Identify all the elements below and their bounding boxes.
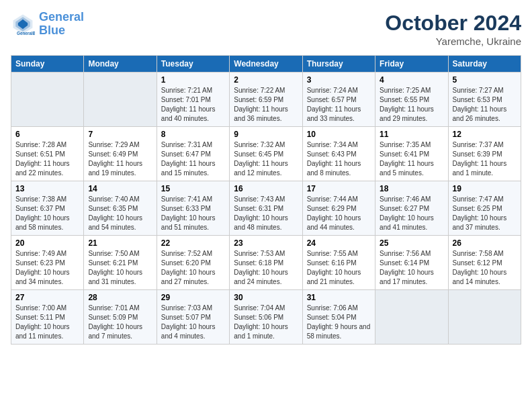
calendar-cell <box>448 290 521 345</box>
day-number: 23 <box>234 238 298 248</box>
daylight-text: Daylight: 10 hours and 58 minutes. <box>15 214 79 232</box>
day-info: Sunrise: 7:28 AMSunset: 6:51 PMDaylight:… <box>15 140 79 178</box>
sunrise-text: Sunrise: 7:35 AM <box>380 140 443 150</box>
day-number: 27 <box>15 293 79 302</box>
daylight-text: Daylight: 11 hours and 19 minutes. <box>88 159 152 178</box>
day-info: Sunrise: 7:46 AMSunset: 6:27 PMDaylight:… <box>380 195 443 232</box>
sunset-text: Sunset: 5:04 PM <box>307 313 371 322</box>
daylight-text: Daylight: 11 hours and 26 minutes. <box>453 105 517 124</box>
sunrise-text: Sunrise: 7:34 AM <box>307 140 371 150</box>
day-info: Sunrise: 7:04 AMSunset: 5:06 PMDaylight:… <box>234 304 298 341</box>
day-info: Sunrise: 7:01 AMSunset: 5:09 PMDaylight:… <box>88 304 152 341</box>
day-info: Sunrise: 7:24 AMSunset: 6:57 PMDaylight:… <box>307 86 371 124</box>
daylight-text: Daylight: 10 hours and 48 minutes. <box>234 214 298 232</box>
day-info: Sunrise: 7:25 AMSunset: 6:55 PMDaylight:… <box>380 86 443 124</box>
weekday-header-thursday: Thursday <box>302 56 375 73</box>
daylight-text: Daylight: 11 hours and 15 minutes. <box>161 159 225 178</box>
day-number: 22 <box>161 238 225 248</box>
daylight-text: Daylight: 11 hours and 5 minutes. <box>380 159 443 178</box>
sunrise-text: Sunrise: 7:56 AM <box>380 249 443 259</box>
logo-icon: GeneralBlue <box>11 12 35 36</box>
calendar-cell: 13Sunrise: 7:38 AMSunset: 6:37 PMDayligh… <box>11 181 84 236</box>
sunrise-text: Sunrise: 7:43 AM <box>234 195 298 204</box>
calendar-cell: 24Sunrise: 7:55 AMSunset: 6:16 PMDayligh… <box>302 236 375 290</box>
day-info: Sunrise: 7:58 AMSunset: 6:12 PMDaylight:… <box>453 249 517 287</box>
sunrise-text: Sunrise: 7:46 AM <box>380 195 443 204</box>
day-number: 26 <box>453 238 517 248</box>
page-header: GeneralBlue GeneralBlue October 2024 Yar… <box>11 11 521 47</box>
day-number: 5 <box>453 75 517 85</box>
sunrise-text: Sunrise: 7:01 AM <box>88 304 152 313</box>
day-number: 13 <box>15 184 79 193</box>
day-info: Sunrise: 7:47 AMSunset: 6:25 PMDaylight:… <box>453 195 517 232</box>
calendar-cell <box>11 73 84 127</box>
sunset-text: Sunset: 6:57 PM <box>307 95 371 105</box>
calendar-cell: 16Sunrise: 7:43 AMSunset: 6:31 PMDayligh… <box>230 181 302 236</box>
sunrise-text: Sunrise: 7:00 AM <box>15 304 79 313</box>
sunset-text: Sunset: 6:35 PM <box>88 204 152 214</box>
daylight-text: Daylight: 10 hours and 4 minutes. <box>161 322 225 341</box>
calendar-cell: 1Sunrise: 7:21 AMSunset: 7:01 PMDaylight… <box>157 73 229 127</box>
calendar-cell: 26Sunrise: 7:58 AMSunset: 6:12 PMDayligh… <box>448 236 521 290</box>
day-info: Sunrise: 7:40 AMSunset: 6:35 PMDaylight:… <box>88 195 152 232</box>
sunset-text: Sunset: 6:53 PM <box>453 95 517 105</box>
day-number: 12 <box>453 130 517 139</box>
calendar-cell <box>84 73 157 127</box>
calendar-cell: 17Sunrise: 7:44 AMSunset: 6:29 PMDayligh… <box>302 181 375 236</box>
day-number: 31 <box>307 293 371 302</box>
daylight-text: Daylight: 10 hours and 17 minutes. <box>380 268 443 287</box>
day-info: Sunrise: 7:53 AMSunset: 6:18 PMDaylight:… <box>234 249 298 287</box>
month-title: October 2024 <box>385 11 521 36</box>
day-info: Sunrise: 7:38 AMSunset: 6:37 PMDaylight:… <box>15 195 79 232</box>
daylight-text: Daylight: 10 hours and 34 minutes. <box>15 268 79 287</box>
sunset-text: Sunset: 6:20 PM <box>161 259 225 268</box>
sunrise-text: Sunrise: 7:47 AM <box>453 195 517 204</box>
sunrise-text: Sunrise: 7:58 AM <box>453 249 517 259</box>
calendar-cell: 5Sunrise: 7:27 AMSunset: 6:53 PMDaylight… <box>448 73 521 127</box>
sunrise-text: Sunrise: 7:49 AM <box>15 249 79 259</box>
day-number: 15 <box>161 184 225 193</box>
day-info: Sunrise: 7:27 AMSunset: 6:53 PMDaylight:… <box>453 86 517 124</box>
calendar-cell: 31Sunrise: 7:06 AMSunset: 5:04 PMDayligh… <box>302 290 375 345</box>
day-number: 10 <box>307 130 371 139</box>
calendar-cell: 25Sunrise: 7:56 AMSunset: 6:14 PMDayligh… <box>375 236 448 290</box>
day-info: Sunrise: 7:41 AMSunset: 6:33 PMDaylight:… <box>161 195 225 232</box>
sunset-text: Sunset: 6:37 PM <box>15 204 79 214</box>
day-info: Sunrise: 7:52 AMSunset: 6:20 PMDaylight:… <box>161 249 225 287</box>
calendar-cell: 21Sunrise: 7:50 AMSunset: 6:21 PMDayligh… <box>84 236 157 290</box>
calendar-cell: 14Sunrise: 7:40 AMSunset: 6:35 PMDayligh… <box>84 181 157 236</box>
day-number: 17 <box>307 184 371 193</box>
weekday-header-tuesday: Tuesday <box>157 56 229 73</box>
day-info: Sunrise: 7:49 AMSunset: 6:23 PMDaylight:… <box>15 249 79 287</box>
daylight-text: Daylight: 11 hours and 1 minute. <box>453 159 517 178</box>
sunrise-text: Sunrise: 7:06 AM <box>307 304 371 313</box>
day-number: 8 <box>161 130 225 139</box>
sunrise-text: Sunrise: 7:53 AM <box>234 249 298 259</box>
sunset-text: Sunset: 6:23 PM <box>15 259 79 268</box>
sunrise-text: Sunrise: 7:40 AM <box>88 195 152 204</box>
sunset-text: Sunset: 6:49 PM <box>88 150 152 159</box>
calendar-cell: 29Sunrise: 7:03 AMSunset: 5:07 PMDayligh… <box>157 290 229 345</box>
calendar-cell: 6Sunrise: 7:28 AMSunset: 6:51 PMDaylight… <box>11 127 84 181</box>
day-number: 21 <box>88 238 152 248</box>
day-number: 28 <box>88 293 152 302</box>
sunrise-text: Sunrise: 7:27 AM <box>453 86 517 95</box>
daylight-text: Daylight: 10 hours and 37 minutes. <box>453 214 517 232</box>
day-info: Sunrise: 7:32 AMSunset: 6:45 PMDaylight:… <box>234 140 298 178</box>
sunset-text: Sunset: 6:43 PM <box>307 150 371 159</box>
sunset-text: Sunset: 6:39 PM <box>453 150 517 159</box>
calendar-table: SundayMondayTuesdayWednesdayThursdayFrid… <box>11 55 521 345</box>
sunset-text: Sunset: 6:47 PM <box>161 150 225 159</box>
calendar-cell: 15Sunrise: 7:41 AMSunset: 6:33 PMDayligh… <box>157 181 229 236</box>
sunrise-text: Sunrise: 7:52 AM <box>161 249 225 259</box>
calendar-cell <box>375 290 448 345</box>
sunset-text: Sunset: 6:55 PM <box>380 95 443 105</box>
sunset-text: Sunset: 6:59 PM <box>234 95 298 105</box>
calendar-cell: 11Sunrise: 7:35 AMSunset: 6:41 PMDayligh… <box>375 127 448 181</box>
calendar-cell: 27Sunrise: 7:00 AMSunset: 5:11 PMDayligh… <box>11 290 84 345</box>
day-info: Sunrise: 7:31 AMSunset: 6:47 PMDaylight:… <box>161 140 225 178</box>
sunrise-text: Sunrise: 7:22 AM <box>234 86 298 95</box>
day-number: 16 <box>234 184 298 193</box>
sunrise-text: Sunrise: 7:29 AM <box>88 140 152 150</box>
day-number: 30 <box>234 293 298 302</box>
